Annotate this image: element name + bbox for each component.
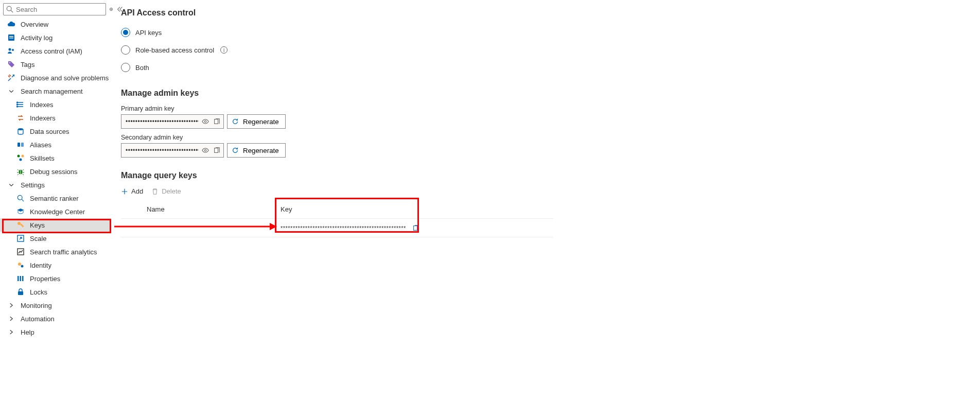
sidebar-group-settings[interactable]: Settings [0, 178, 111, 192]
sidebar-group-search-management[interactable]: Search management [0, 84, 111, 98]
delete-query-key-button: Delete [151, 187, 181, 195]
sidebar-group-label: Search management [21, 88, 83, 95]
sidebar-group-automation[interactable]: Automation [0, 312, 111, 325]
svg-point-21 [18, 195, 22, 200]
search-input[interactable] [3, 3, 106, 15]
sidebar-item-label: Knowledge Center [30, 208, 85, 216]
column-header-name[interactable]: Name [146, 205, 281, 213]
svg-rect-36 [413, 226, 417, 230]
manage-query-keys-title: Manage query keys [121, 171, 970, 180]
svg-point-12 [17, 106, 18, 107]
reveal-icon[interactable] [201, 146, 210, 155]
regenerate-secondary-button[interactable]: Regenerate [227, 143, 286, 158]
radio-rbac[interactable]: Role-based access control i [121, 42, 970, 58]
list-icon [16, 100, 25, 109]
svg-point-16 [18, 155, 20, 158]
sidebar-group-label: Monitoring [21, 302, 52, 309]
button-label: Delete [162, 187, 181, 195]
sidebar-item-debug-sessions[interactable]: Debug sessions [0, 165, 111, 178]
sidebar-item-label: Tags [21, 61, 34, 68]
sidebar-item-label: Search traffic analytics [30, 248, 97, 256]
plus-icon [121, 188, 128, 195]
svg-rect-14 [18, 143, 20, 147]
database-icon [16, 127, 25, 135]
svg-rect-15 [21, 143, 24, 147]
main-content: API Access control API keys Role-based a… [111, 0, 980, 339]
sidebar-item-label: Indexers [30, 114, 56, 122]
primary-admin-key-label: Primary admin key [121, 105, 970, 112]
cell-key-value: ****************************************… [281, 225, 406, 231]
sidebar-item-label: Activity log [21, 34, 52, 42]
sidebar-item-access-control[interactable]: Access control (IAM) [0, 44, 111, 58]
sidebar-item-locks[interactable]: Locks [0, 285, 111, 299]
sidebar-group-monitoring[interactable]: Monitoring [0, 299, 111, 312]
sidebar-item-tags[interactable]: Tags [0, 58, 111, 71]
sidebar-item-search-traffic[interactable]: Search traffic analytics [0, 245, 111, 258]
primary-admin-key-field: ••••••••••••••••••••••••••••••••••••••••… [121, 114, 224, 129]
sidebar-item-knowledge-center[interactable]: Knowledge Center [0, 205, 111, 218]
academic-icon [16, 207, 25, 216]
sidebar-item-keys[interactable]: Keys [0, 218, 111, 232]
sidebar-group-label: Help [21, 328, 34, 336]
svg-point-13 [18, 128, 23, 130]
sidebar-group-label: Settings [21, 181, 45, 189]
svg-point-26 [18, 263, 21, 266]
sidebar-item-data-sources[interactable]: Data sources [0, 125, 111, 138]
sidebar-item-indexes[interactable]: Indexes [0, 98, 111, 111]
sidebar-item-diagnose[interactable]: Diagnose and solve problems [0, 71, 111, 84]
sidebar-group-help[interactable]: Help [0, 325, 111, 339]
sidebar-item-identity[interactable]: Identity [0, 258, 111, 272]
svg-point-18 [20, 159, 22, 161]
properties-icon [16, 274, 25, 283]
add-query-key-button[interactable]: Add [121, 187, 143, 195]
button-label: Regenerate [243, 147, 279, 154]
radio-label: Role-based access control [135, 46, 214, 54]
svg-rect-31 [18, 291, 23, 295]
sidebar-item-label: Semantic ranker [30, 195, 79, 202]
sidebar-item-label: Keys [30, 221, 45, 229]
sidebar-item-label: Locks [30, 288, 47, 296]
trash-icon [151, 188, 159, 195]
analytics-icon [16, 248, 25, 256]
copy-icon[interactable] [212, 117, 221, 126]
radio-api-keys[interactable]: API keys [121, 25, 970, 40]
svg-point-10 [17, 102, 18, 103]
sidebar-item-indexers[interactable]: Indexers [0, 111, 111, 125]
secondary-admin-key-field: ••••••••••••••••••••••••••••••••••••••••… [121, 143, 224, 158]
copy-icon[interactable] [411, 223, 421, 233]
svg-point-34 [204, 149, 206, 151]
radio-icon [121, 63, 130, 72]
svg-rect-5 [9, 36, 13, 37]
copy-icon[interactable] [212, 146, 221, 155]
key-icon [16, 221, 25, 229]
sidebar-item-label: Data sources [30, 128, 69, 135]
sidebar-item-overview[interactable]: Overview [0, 18, 111, 31]
svg-point-32 [204, 120, 206, 123]
radio-label: API keys [135, 29, 162, 37]
regenerate-primary-button[interactable]: Regenerate [227, 114, 286, 129]
info-icon[interactable]: i [220, 46, 227, 54]
radio-icon [121, 28, 130, 37]
sidebar-item-skillsets[interactable]: Skillsets [0, 151, 111, 165]
sidebar-item-label: Identity [30, 262, 51, 269]
sidebar-item-label: Scale [30, 235, 47, 242]
chevron-down-icon [7, 181, 15, 189]
sidebar-item-properties[interactable]: Properties [0, 272, 111, 285]
svg-line-22 [22, 199, 24, 201]
table-row[interactable]: ****************************************… [121, 219, 553, 237]
radio-both[interactable]: Both [121, 60, 970, 75]
reveal-icon[interactable] [201, 117, 210, 126]
sidebar-item-scale[interactable]: Scale [0, 232, 111, 245]
sidebar-item-semantic-ranker[interactable]: Semantic ranker [0, 192, 111, 205]
skillset-icon [16, 154, 25, 162]
sidebar-item-label: Debug sessions [30, 168, 78, 176]
sidebar-item-activity-log[interactable]: Activity log [0, 31, 111, 44]
sidebar-item-aliases[interactable]: Aliases [0, 138, 111, 151]
svg-point-27 [21, 265, 24, 268]
alias-icon [16, 141, 25, 149]
sidebar-item-label: Access control (IAM) [21, 47, 82, 55]
bug-icon [16, 167, 25, 176]
column-header-key[interactable]: Key [281, 205, 553, 213]
radio-icon [121, 45, 130, 55]
search-icon [16, 194, 25, 202]
